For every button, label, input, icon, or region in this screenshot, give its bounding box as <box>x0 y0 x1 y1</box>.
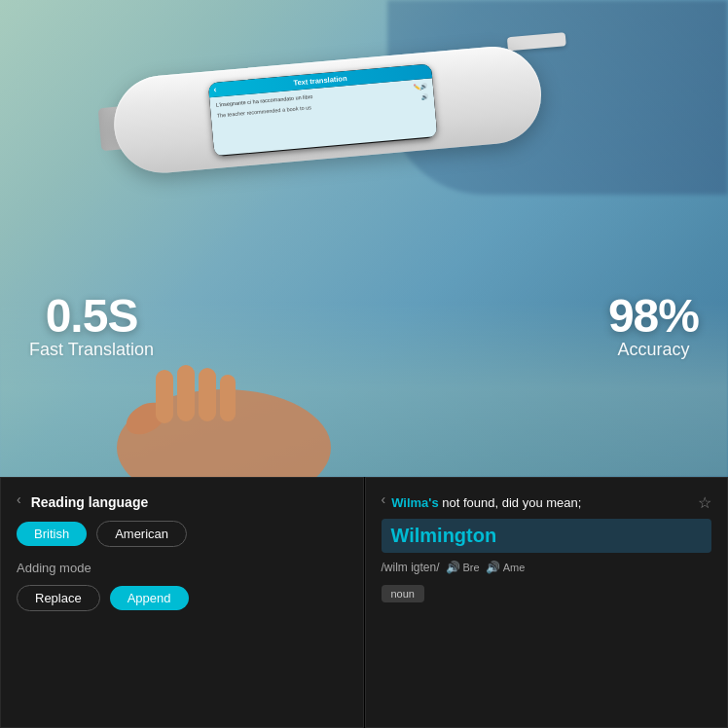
pron-text: /wilm igten/ <box>382 561 440 574</box>
pen-screen: ‹ Text translation L'insegnante ci ha ra… <box>208 63 438 157</box>
word-result: Wilmington <box>382 519 712 553</box>
svg-rect-3 <box>177 365 195 421</box>
bre-label: Bre <box>463 562 480 573</box>
panel-right-back-arrow[interactable]: ‹ <box>382 491 386 507</box>
british-button[interactable]: British <box>17 522 87 546</box>
stat-left: 0.5S Fast Translation <box>29 293 154 360</box>
not-found-message: Wilma's not found, did you mean; <box>391 495 698 510</box>
stat-speed-value: 0.5S <box>29 293 154 340</box>
hand-svg <box>97 350 350 477</box>
wilmas-word: Wilma's <box>391 495 439 510</box>
speaker-icon-1: ✏️🔊 <box>414 83 428 91</box>
panel-left-back-arrow[interactable]: ‹ <box>17 491 21 507</box>
stat-accuracy-label: Accuracy <box>608 340 699 360</box>
language-button-row: British American <box>17 521 347 547</box>
svg-rect-5 <box>220 375 236 421</box>
adding-mode-label: Adding mode <box>17 561 347 575</box>
speaker-icon-2: 🔊 <box>421 93 429 101</box>
screen-back: ‹ <box>213 85 217 94</box>
replace-button[interactable]: Replace <box>17 585 100 611</box>
ame-audio-button[interactable]: 🔊 Ame <box>486 561 526 574</box>
panel-word-lookup: ‹ Wilma's not found, did you mean; ☆ Wil… <box>365 477 729 728</box>
american-button[interactable]: American <box>96 521 187 547</box>
ame-label: Ame <box>503 562 526 573</box>
stat-speed-label: Fast Translation <box>29 340 154 360</box>
bre-audio-button[interactable]: 🔊 Bre <box>446 561 480 574</box>
stat-accuracy-value: 98% <box>608 293 699 340</box>
word-type-badge: noun <box>382 585 424 602</box>
hand-visual <box>97 350 350 477</box>
lookup-header: ‹ Wilma's not found, did you mean; ☆ <box>382 491 712 513</box>
not-found-suffix: not found, did you mean; <box>439 495 582 510</box>
ame-speaker-icon: 🔊 <box>486 561 500 574</box>
star-icon[interactable]: ☆ <box>698 493 711 512</box>
screen-title: Text translation <box>293 74 347 88</box>
adding-mode-button-row: Replace Append <box>17 585 347 611</box>
bre-speaker-icon: 🔊 <box>446 561 460 574</box>
panel-left-title: Reading language <box>31 494 149 510</box>
svg-rect-4 <box>199 368 216 421</box>
panel-reading-language: ‹ Reading language British American Addi… <box>0 477 364 728</box>
svg-rect-2 <box>156 370 173 423</box>
stat-right: 98% Accuracy <box>608 293 699 360</box>
pronunciation-row: /wilm igten/ 🔊 Bre 🔊 Ame <box>382 561 712 574</box>
hero-section: ‹ Text translation L'insegnante ci ha ra… <box>0 0 728 477</box>
bottom-panels: ‹ Reading language British American Addi… <box>0 477 728 728</box>
append-button[interactable]: Append <box>110 586 189 610</box>
